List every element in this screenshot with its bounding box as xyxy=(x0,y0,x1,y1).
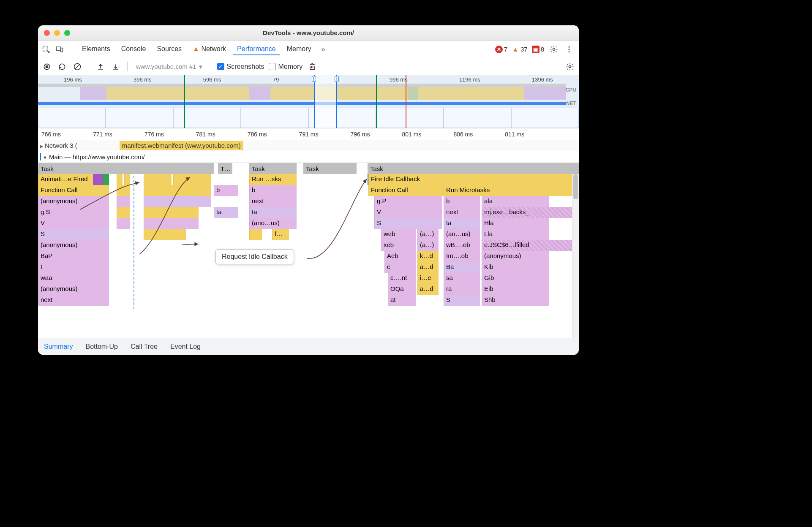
net-chart xyxy=(38,102,566,105)
kebab-icon[interactable] xyxy=(564,44,575,55)
warning-count[interactable]: ▲37 xyxy=(512,46,528,53)
flame-bar[interactable]: t xyxy=(38,262,109,273)
network-resource[interactable]: manifest.webmanifest (www.youtube.com) xyxy=(120,141,243,150)
tab-network[interactable]: ▲ Network xyxy=(188,43,230,55)
capture-settings-gear-icon[interactable] xyxy=(564,61,575,72)
net-label: NET xyxy=(566,101,576,106)
marker-line xyxy=(376,75,377,128)
overview-panel[interactable]: 196 ms396 ms596 ms79ms996 ms1196 ms1396 … xyxy=(38,75,579,128)
tabs-overflow[interactable]: » xyxy=(318,46,328,53)
inspect-icon[interactable] xyxy=(41,44,52,55)
flame-bar[interactable]: ta xyxy=(249,207,297,218)
detail-tabs: Summary Bottom-Up Call Tree Event Log xyxy=(38,338,579,355)
svg-rect-2 xyxy=(61,48,63,52)
detail-tab-bottomup[interactable]: Bottom-Up xyxy=(85,343,117,350)
flamechart[interactable]: Animati…e Fired Function Call (anonymous… xyxy=(38,174,579,338)
handle-right-icon[interactable]: ‖ xyxy=(335,76,339,82)
scroll-thumb[interactable] xyxy=(573,174,578,199)
detail-tab-eventlog[interactable]: Event Log xyxy=(170,343,201,350)
main-track-header[interactable]: ▼Main — https://www.youtube.com/ xyxy=(38,151,579,163)
flame-bar[interactable]: b xyxy=(214,185,238,196)
devtools-window: DevTools - www.youtube.com/ Elements Con… xyxy=(38,25,579,355)
flame-bar[interactable]: next xyxy=(249,196,297,207)
recording-dropdown[interactable]: www.youtube.com #1▾ xyxy=(134,61,205,72)
task-row: Task T… Task Task Task xyxy=(38,163,579,174)
upload-icon[interactable] xyxy=(95,61,106,72)
checkbox-on-icon: ✓ xyxy=(217,63,224,70)
flame-bar[interactable] xyxy=(103,174,109,185)
flame-bar[interactable]: (anonymous) xyxy=(38,240,109,251)
svg-point-6 xyxy=(568,51,569,52)
perf-controlbar: www.youtube.com #1▾ ✓Screenshots Memory xyxy=(38,58,579,75)
flame-bar[interactable]: g.S xyxy=(38,207,109,218)
flame-bar[interactable]: Run …sks xyxy=(249,174,297,185)
gear-icon[interactable] xyxy=(548,44,559,55)
disclosure-right-icon[interactable]: ▶ xyxy=(40,144,43,149)
device-icon[interactable] xyxy=(54,44,65,55)
svg-point-5 xyxy=(568,49,569,50)
tab-sources[interactable]: Sources xyxy=(153,43,186,55)
svg-point-3 xyxy=(553,48,555,50)
devtools-tabstrip: Elements Console Sources ▲ Network Perfo… xyxy=(38,41,579,58)
cpu-label: CPU xyxy=(566,87,576,93)
flame-bar[interactable]: Function Call xyxy=(38,185,109,196)
window-title: DevTools - www.youtube.com/ xyxy=(38,29,579,36)
memory-checkbox[interactable]: Memory xyxy=(269,63,303,71)
issue-count[interactable]: ▣8 xyxy=(532,46,544,53)
flame-bar[interactable]: S xyxy=(38,229,109,240)
flame-bar[interactable]: Run Microtasks xyxy=(444,185,576,196)
tab-memory[interactable]: Memory xyxy=(283,43,316,55)
flame-bar[interactable]: Animati…e Fired xyxy=(38,174,93,185)
marker-line xyxy=(184,75,185,128)
flame-bar[interactable]: f… xyxy=(272,229,289,240)
time-ruler[interactable]: 766 ms771 ms776 ms781 ms786 ms791 ms796 … xyxy=(38,128,579,140)
error-count[interactable]: ✕7 xyxy=(495,46,507,53)
svg-point-10 xyxy=(569,65,571,68)
flame-bar[interactable]: next xyxy=(38,295,109,306)
svg-point-4 xyxy=(568,46,569,47)
overview-ticks: 196 ms396 ms596 ms79ms996 ms1196 ms1396 … xyxy=(38,76,579,83)
flame-bar[interactable]: ta xyxy=(214,207,238,218)
handle-left-icon[interactable]: ‖ xyxy=(312,76,316,82)
reload-icon[interactable] xyxy=(57,61,68,72)
filmstrip xyxy=(38,108,579,128)
detail-tab-summary[interactable]: Summary xyxy=(44,343,73,350)
marker-line xyxy=(406,75,406,128)
warning-icon: ▲ xyxy=(193,45,199,53)
detail-tab-calltree[interactable]: Call Tree xyxy=(131,343,158,350)
svg-point-8 xyxy=(46,65,49,68)
checkbox-off-icon xyxy=(269,63,276,70)
scrollbar-vertical[interactable] xyxy=(572,174,579,338)
flame-bar[interactable]: (ano…us) xyxy=(249,218,297,229)
overview-selection[interactable]: ‖ ‖ xyxy=(314,75,337,128)
collect-garbage-icon[interactable] xyxy=(307,61,318,72)
flame-bar[interactable]: V xyxy=(38,218,109,229)
flame-bar[interactable]: (anonymous) xyxy=(38,284,109,295)
flame-bar[interactable]: BaP xyxy=(38,251,109,262)
flame-bar[interactable]: (anonymous) xyxy=(38,196,109,207)
hover-guide xyxy=(134,174,134,309)
flame-bar[interactable]: Function Call xyxy=(368,185,444,196)
tooltip-callout: Request Idle Callback xyxy=(215,249,294,264)
network-track[interactable]: ▶Network 3 ( manifest.webmanifest (www.y… xyxy=(38,140,579,151)
flame-bar[interactable] xyxy=(93,174,103,185)
flame-bar[interactable]: waa xyxy=(38,273,109,284)
svg-rect-1 xyxy=(57,47,61,50)
window-titlebar: DevTools - www.youtube.com/ xyxy=(38,25,579,41)
tab-elements[interactable]: Elements xyxy=(78,43,114,55)
flame-bar[interactable]: Fire Idle Callback xyxy=(368,174,576,185)
tab-performance[interactable]: Performance xyxy=(233,43,280,55)
clear-icon[interactable] xyxy=(72,61,83,72)
screenshots-checkbox[interactable]: ✓Screenshots xyxy=(217,63,264,71)
disclosure-down-icon[interactable]: ▼ xyxy=(43,155,47,160)
tab-console[interactable]: Console xyxy=(117,43,150,55)
download-icon[interactable] xyxy=(110,61,121,72)
flame-bar[interactable]: b xyxy=(249,185,297,196)
cpu-chart xyxy=(38,84,566,100)
record-icon[interactable] xyxy=(41,61,52,72)
